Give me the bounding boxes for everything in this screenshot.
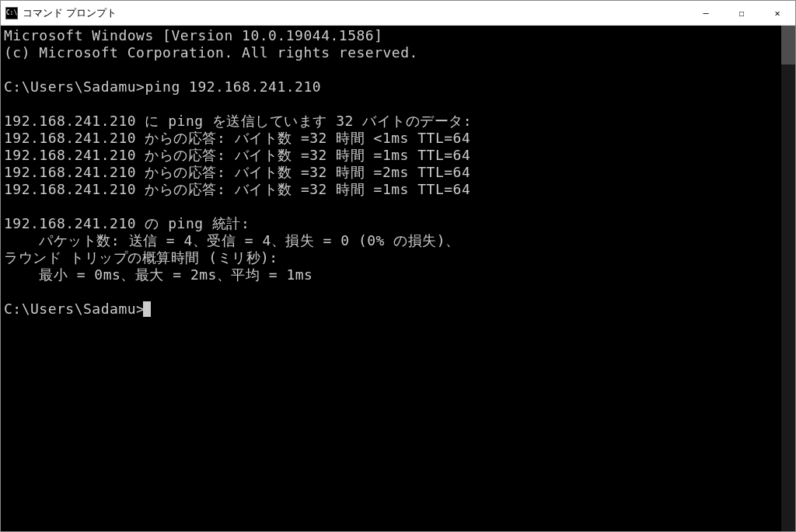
window-controls: — ☐ ✕ — [688, 1, 795, 25]
command-prompt-window: C:\ コマンド プロンプト — ☐ ✕ Microsoft Windows [… — [0, 0, 796, 532]
scrollbar[interactable] — [781, 26, 795, 531]
maximize-button[interactable]: ☐ — [724, 1, 759, 25]
terminal-area: Microsoft Windows [Version 10.0.19044.15… — [1, 26, 795, 531]
scroll-thumb[interactable] — [781, 26, 795, 64]
minimize-button[interactable]: — — [688, 1, 724, 25]
window-title: コマンド プロンプト — [23, 6, 688, 20]
cmd-icon: C:\ — [5, 7, 18, 19]
titlebar[interactable]: C:\ コマンド プロンプト — ☐ ✕ — [1, 1, 795, 26]
cursor — [143, 301, 151, 317]
close-button[interactable]: ✕ — [759, 1, 795, 25]
terminal-output[interactable]: Microsoft Windows [Version 10.0.19044.15… — [1, 26, 781, 531]
